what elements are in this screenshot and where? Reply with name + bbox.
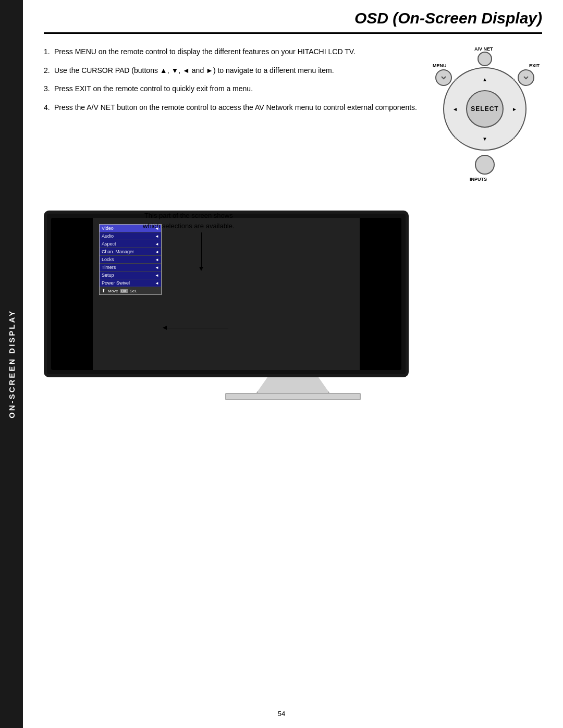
osd-item-locks: Locks ◄: [100, 256, 161, 264]
osd-item-setup-label: Setup: [102, 273, 114, 278]
osd-item-audio-label: Audio: [102, 233, 114, 239]
page-title: OSD (On-Screen Display): [354, 9, 542, 27]
callout-above-line1: This part of the screen shows: [144, 212, 233, 219]
sidebar: ON-SCREEN DISPLAY: [0, 0, 23, 728]
callout-right-arrow-line: [166, 328, 228, 328]
exit-label: EXIT: [529, 63, 540, 68]
remote-column: A/V NET MENU EXIT: [427, 46, 542, 182]
dpad-dot-bl: [455, 137, 457, 139]
inst-num-2: 2.: [44, 65, 54, 77]
instruction-4: 4. Press the A/V NET button on the remot…: [44, 102, 417, 114]
dpad-up-arrow[interactable]: ▲: [477, 69, 493, 89]
tv-rightbar: [360, 218, 401, 370]
dpad-down-arrow[interactable]: ▼: [477, 129, 493, 149]
tv-leftbar: [51, 218, 93, 370]
callout-above: This part of the screen shows which sele…: [143, 211, 235, 231]
move-icon: ⬆: [102, 288, 106, 293]
inst-text-2: Use the CURSOR PAD (buttons ▲, ▼, ◄ and …: [54, 65, 417, 77]
tv-neck: [256, 377, 329, 393]
main-content: OSD (On-Screen Display) 1. Press MENU on…: [23, 0, 563, 728]
osd-item-timers-label: Timers: [102, 265, 116, 270]
osd-item-audio: Audio ◄: [100, 232, 161, 240]
inputs-label: INPUTS: [470, 177, 487, 182]
osd-item-power-swivel-label: Power Swivel: [102, 280, 130, 286]
tv-stand: [44, 377, 542, 400]
callout-arrow-head: [199, 267, 203, 271]
inst-text-4: Press the A/V NET button on the remote c…: [54, 102, 417, 114]
bottom-section: This part of the screen shows which sele…: [44, 211, 542, 400]
instruction-3: 3. Press EXIT on the remote control to q…: [44, 83, 417, 95]
inst-num-3: 3.: [44, 83, 54, 95]
dpad-dot-tl: [455, 79, 457, 81]
select-button[interactable]: SELECT: [466, 90, 504, 128]
osd-move-label: Move: [108, 289, 118, 293]
av-net-label: A/V NET: [474, 46, 493, 52]
inputs-button[interactable]: [475, 155, 495, 175]
osd-sel-icon: OK: [120, 289, 128, 293]
instruction-1: 1. Press MENU on the remote control to d…: [44, 46, 417, 58]
inst-num-4: 4.: [44, 102, 54, 114]
inst-num-1: 1.: [44, 46, 54, 58]
osd-item-aspect: Aspect ◄: [100, 240, 161, 248]
tv-frame: Video ◄ Audio ◄ Aspect ◄ Chan. Manager ◄: [44, 211, 409, 377]
tv-base: [225, 393, 361, 400]
inst-text-3: Press EXIT on the remote control to quic…: [54, 83, 417, 95]
osd-item-timers: Timers ◄: [100, 264, 161, 272]
instruction-2: 2. Use the CURSOR PAD (buttons ▲, ▼, ◄ a…: [44, 65, 417, 77]
dpad-outer-ring: ▲ ▼ ◄ ► SELECT: [443, 67, 527, 151]
osd-item-chan-manager: Chan. Manager ◄: [100, 248, 161, 256]
dpad-container: ▲ ▼ ◄ ► SELECT: [443, 67, 527, 151]
callout-right-arrowhead: [163, 326, 167, 330]
osd-item-locks-label: Locks: [102, 257, 114, 262]
osd-sel-label: Sel.: [130, 289, 137, 293]
dpad-right-arrow[interactable]: ►: [505, 101, 524, 117]
osd-menu: Video ◄ Audio ◄ Aspect ◄ Chan. Manager ◄: [99, 224, 162, 295]
tv-wrapper: Video ◄ Audio ◄ Aspect ◄ Chan. Manager ◄: [44, 211, 542, 400]
av-net-button[interactable]: [478, 52, 492, 66]
sidebar-label: ON-SCREEN DISPLAY: [7, 310, 16, 418]
osd-item-video-label: Video: [102, 226, 114, 231]
dpad-dot-br: [513, 137, 515, 139]
callout-above-line2: which selections are available.: [143, 222, 235, 230]
dpad-left-arrow[interactable]: ◄: [445, 101, 465, 117]
callout-arrow-line-v: [201, 232, 202, 269]
osd-menu-bottom-bar: ⬆ Move OK Sel.: [100, 287, 161, 294]
inst-text-1: Press MENU on the remote control to disp…: [54, 46, 417, 58]
osd-item-aspect-label: Aspect: [102, 241, 116, 246]
osd-item-chan-label: Chan. Manager: [102, 249, 134, 254]
instructions-column: 1. Press MENU on the remote control to d…: [44, 46, 417, 182]
osd-item-setup: Setup ◄: [100, 272, 161, 279]
page-number: 54: [278, 710, 285, 718]
top-section: 1. Press MENU on the remote control to d…: [44, 46, 542, 182]
osd-item-power-swivel: Power Swivel ◄: [100, 279, 161, 287]
dpad-dot-tr: [513, 79, 515, 81]
remote-diagram: A/V NET MENU EXIT: [430, 46, 540, 182]
page-header: OSD (On-Screen Display): [44, 0, 542, 34]
